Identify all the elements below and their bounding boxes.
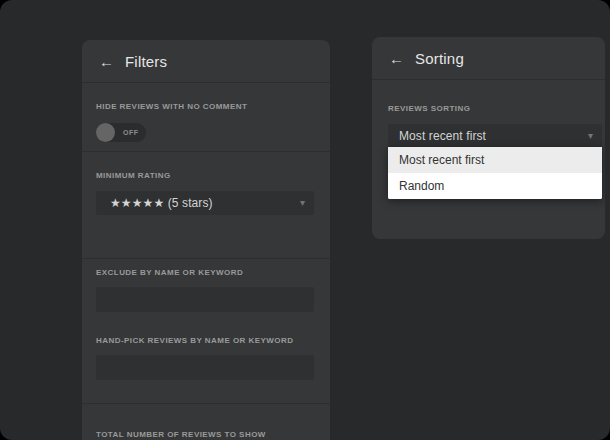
dropdown-caret-icon: ▾ — [588, 131, 593, 141]
app-canvas: ← Filters HIDE REVIEWS WITH NO COMMENT O… — [0, 0, 610, 440]
back-arrow-icon[interactable]: ← — [389, 50, 415, 67]
section-divider — [82, 151, 330, 152]
hide-reviews-label: HIDE REVIEWS WITH NO COMMENT — [96, 102, 316, 111]
dropdown-caret-icon: ▾ — [300, 198, 305, 208]
hide-reviews-toggle[interactable]: OFF — [96, 123, 146, 142]
exclude-keyword-label: EXCLUDE BY NAME OR KEYWORD — [96, 268, 316, 277]
filters-panel: ← Filters HIDE REVIEWS WITH NO COMMENT O… — [82, 40, 330, 440]
toggle-state-label: OFF — [123, 129, 139, 136]
reviews-sorting-value: Most recent first — [388, 129, 486, 143]
toggle-knob[interactable] — [96, 123, 115, 142]
section-divider — [82, 403, 330, 404]
sorting-panel: ← Sorting REVIEWS SORTING Most recent fi… — [372, 37, 605, 239]
reviews-sorting-select[interactable]: Most recent first ▾ — [388, 124, 602, 147]
dropdown-option-random[interactable]: Random — [388, 173, 602, 199]
sorting-dropdown-menu: Most recent first Random — [388, 147, 602, 199]
reviews-sorting-label: REVIEWS SORTING — [388, 104, 591, 113]
minimum-rating-label: MINIMUM RATING — [96, 171, 316, 180]
minimum-rating-value: ★★★★★ (5 stars) — [96, 196, 213, 210]
exclude-keyword-input[interactable] — [96, 287, 314, 312]
section-divider — [82, 258, 330, 259]
filters-header: ← Filters — [82, 40, 330, 83]
back-arrow-icon[interactable]: ← — [99, 53, 125, 70]
sorting-title: Sorting — [415, 50, 464, 67]
sorting-header: ← Sorting — [372, 37, 605, 80]
filters-title: Filters — [125, 53, 167, 70]
total-reviews-label: TOTAL NUMBER OF REVIEWS TO SHOW — [96, 430, 316, 439]
hand-pick-input[interactable] — [96, 355, 314, 380]
hand-pick-label: HAND-PICK REVIEWS BY NAME OR KEYWORD — [96, 336, 316, 345]
minimum-rating-select[interactable]: ★★★★★ (5 stars) ▾ — [96, 191, 314, 215]
dropdown-option-most-recent[interactable]: Most recent first — [388, 147, 602, 173]
